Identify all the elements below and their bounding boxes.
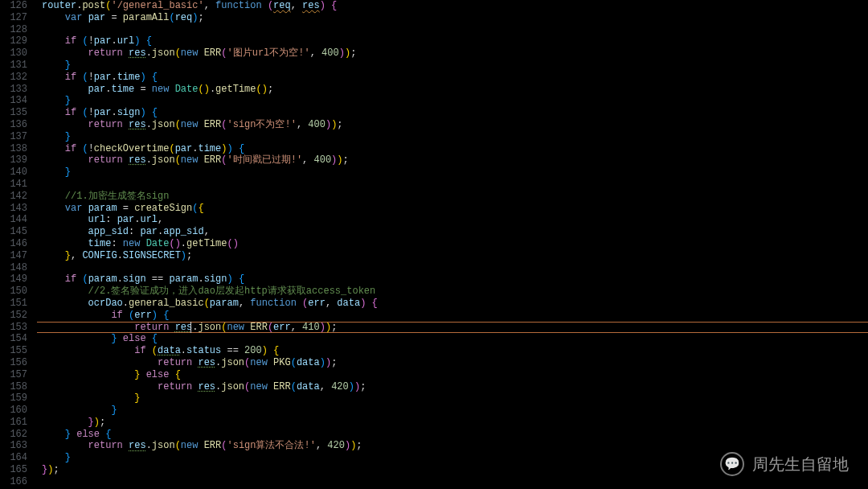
line-number: 131 [0,60,27,72]
code-line[interactable]: return res.json(new PKG(data)); [42,357,868,369]
code-line[interactable]: } [42,95,868,107]
line-number: 136 [0,119,27,131]
line-number: 137 [0,131,27,143]
line-number: 166 [0,476,27,488]
line-number: 143 [0,203,27,215]
code-line[interactable]: } [42,392,868,405]
line-number: 127 [0,12,27,24]
line-number: 145 [0,226,27,238]
code-line[interactable]: if (!par.time) { [42,72,868,84]
line-number: 151 [0,298,27,310]
code-line[interactable]: return res.json(new ERR('sign算法不合法!', 42… [42,440,868,452]
line-number: 165 [0,464,27,476]
line-number: 154 [0,333,27,345]
code-line[interactable]: if (data.status == 200) { [42,345,868,357]
line-number: 140 [0,166,27,179]
code-line[interactable]: if (param.sign == param.sign) { [42,273,868,286]
line-number: 150 [0,286,27,298]
code-line[interactable]: router.post('/general_basic', function (… [42,0,868,12]
code-line[interactable]: }, CONFIG.SIGNSECRET); [42,250,868,262]
wechat-icon: 💬 [720,452,744,476]
code-line[interactable]: //1.加密生成签名sign [42,191,868,203]
code-line[interactable]: par.time = new Date().getTime(); [42,84,868,96]
code-line[interactable]: if (!par.sign) { [42,107,868,119]
code-line[interactable]: var par = paramAll(req); [42,12,868,24]
code-line[interactable] [42,179,868,191]
line-number: 141 [0,179,27,191]
code-line[interactable]: } [42,60,868,72]
line-number: 135 [0,107,27,119]
line-number: 132 [0,72,27,84]
code-line[interactable]: } [42,131,868,143]
code-line[interactable]: if (err) { [42,310,868,322]
code-line[interactable]: } else { [42,429,868,441]
watermark-text: 周先生自留地 [752,458,849,471]
code-line[interactable]: return res.json(new ERR('sign不为空!', 400)… [42,119,868,131]
line-number: 155 [0,345,27,357]
line-number: 129 [0,35,27,47]
code-line[interactable] [42,262,868,274]
line-number: 138 [0,143,27,155]
code-line[interactable]: return res.json(new ERR(data, 420)); [42,381,868,393]
line-number: 158 [0,381,27,393]
code-line[interactable]: var param = createSign({ [42,203,868,215]
line-number-gutter: 1261271281291301311321331341351361371381… [0,0,37,489]
code-editor[interactable]: 1261271281291301311321331341351361371381… [0,0,868,489]
line-number: 149 [0,273,27,286]
code-line[interactable] [42,476,868,488]
line-number: 164 [0,452,27,464]
line-number: 134 [0,95,27,107]
code-line[interactable]: } else { [42,333,868,345]
line-number: 159 [0,392,27,405]
code-line[interactable]: time: new Date().getTime() [42,238,868,250]
line-number: 128 [0,24,27,36]
code-line[interactable]: return res.json(new ERR('图片url不为空!', 400… [42,47,868,60]
line-number: 142 [0,191,27,203]
line-number: 152 [0,310,27,322]
line-number: 133 [0,84,27,96]
code-line[interactable]: if (!par.url) { [42,35,868,47]
line-number: 160 [0,405,27,417]
code-line[interactable]: //2.签名验证成功，进入dao层发起http请求获取access_token [42,286,868,298]
line-number: 147 [0,250,27,262]
code-line[interactable]: } [42,166,868,179]
watermark: 💬 周先生自留地 [720,452,849,476]
code-line[interactable] [42,24,868,36]
code-line[interactable]: } else { [42,369,868,381]
line-number: 146 [0,238,27,250]
line-number: 156 [0,357,27,369]
code-line[interactable]: ocrDao.general_basic(param, function (er… [42,298,868,310]
line-number: 157 [0,369,27,381]
code-line[interactable]: app_sid: par.app_sid, [42,226,868,238]
code-line[interactable]: if (!checkOvertime(par.time)) { [42,143,868,155]
line-number: 163 [0,440,27,452]
line-number: 139 [0,154,27,166]
line-number: 162 [0,429,27,441]
code-line[interactable]: }); [42,417,868,429]
code-line[interactable]: } [42,405,868,417]
line-number: 148 [0,262,27,274]
line-number: 153 [0,322,27,334]
line-number: 161 [0,417,27,429]
line-number: 126 [0,0,27,12]
line-number: 144 [0,214,27,226]
code-line[interactable]: return res.json(new ERR('时间戳已过期!', 400))… [42,154,868,166]
code-line[interactable]: url: par.url, [42,214,868,226]
code-content[interactable]: router.post('/general_basic', function (… [42,0,868,489]
line-number: 130 [0,47,27,60]
code-line[interactable]: return res.json(new ERR(err, 410)); [42,322,868,334]
